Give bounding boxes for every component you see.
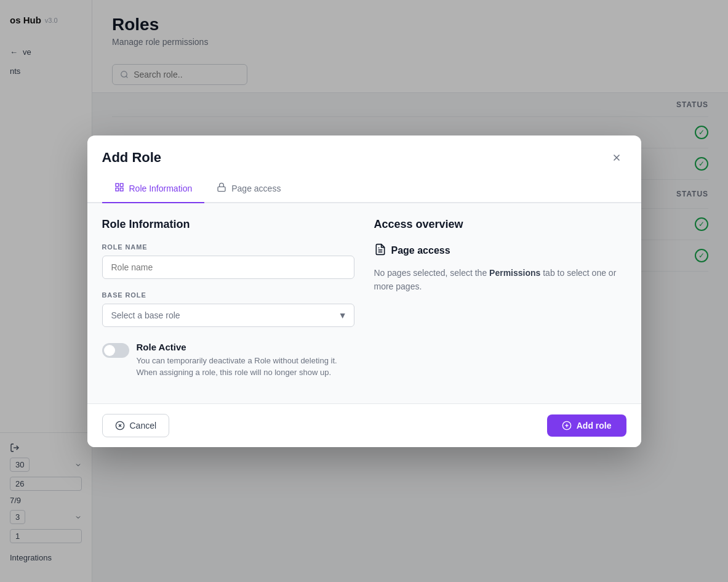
lock-icon-svg — [217, 182, 226, 192]
close-button[interactable] — [607, 148, 626, 168]
role-name-label: ROLE NAME — [102, 243, 354, 251]
toggle-description: You can temporarily deactivate a Role wi… — [137, 355, 354, 379]
add-role-button[interactable]: Add role — [547, 414, 626, 437]
role-name-input[interactable] — [102, 256, 354, 279]
svg-rect-7 — [116, 188, 119, 191]
base-role-select-wrap: Select a base role ▼ — [102, 304, 354, 327]
svg-rect-5 — [116, 184, 119, 187]
toggle-label: Role Active — [137, 342, 354, 352]
toggle-slider — [102, 343, 129, 358]
modal-tabs: Role Information Page access — [87, 175, 641, 203]
page-access-title: Page access — [391, 245, 450, 256]
permissions-link: Permissions — [489, 268, 540, 278]
tab-page-access[interactable]: Page access — [204, 175, 293, 203]
modal-body: Role Information ROLE NAME BASE ROLE Sel… — [87, 203, 641, 403]
modal-right-panel: Access overview Page access — [374, 218, 626, 389]
document-icon — [374, 243, 386, 259]
grid-icon — [114, 182, 124, 195]
access-overview-title: Access overview — [374, 218, 626, 231]
svg-rect-6 — [120, 184, 123, 187]
toggle-row: Role Active You can temporarily deactiva… — [102, 342, 354, 379]
modal-left-panel: Role Information ROLE NAME BASE ROLE Sel… — [102, 218, 354, 389]
tab-page-access-label: Page access — [231, 184, 281, 193]
cancel-icon — [115, 421, 125, 430]
add-role-label: Add role — [577, 421, 612, 430]
base-role-select[interactable]: Select a base role — [102, 304, 354, 327]
document-icon-svg — [374, 243, 386, 256]
modal-overlay: Add Role Role Information — [0, 0, 728, 582]
role-info-section-title: Role Information — [102, 218, 354, 231]
modal-footer: Cancel Add role — [87, 403, 641, 447]
modal-title: Add Role — [102, 150, 162, 166]
cancel-label: Cancel — [130, 421, 157, 430]
toggle-text: Role Active You can temporarily deactiva… — [137, 342, 354, 379]
base-role-label: BASE ROLE — [102, 291, 354, 299]
tab-role-info-label: Role Information — [129, 184, 193, 193]
cancel-button[interactable]: Cancel — [102, 414, 170, 437]
modal-header: Add Role — [87, 135, 641, 168]
close-icon — [611, 152, 622, 163]
role-active-toggle[interactable] — [102, 343, 129, 358]
svg-rect-8 — [120, 188, 123, 191]
svg-rect-9 — [218, 187, 225, 191]
grid-icon-svg — [114, 182, 124, 192]
modal: Add Role Role Information — [87, 135, 641, 447]
page-access-empty-text: No pages selected, select the Permission… — [374, 266, 626, 294]
page-access-heading: Page access — [374, 243, 626, 259]
lock-icon — [217, 182, 226, 195]
add-icon — [562, 421, 572, 430]
tab-role-information[interactable]: Role Information — [102, 175, 205, 203]
